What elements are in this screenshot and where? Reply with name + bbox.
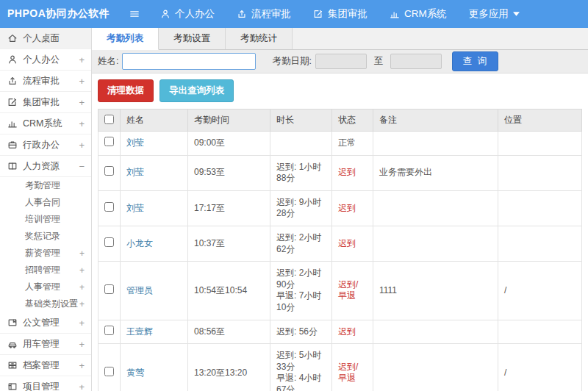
sidebar-subitem[interactable]: 考勤管理 [0,177,91,194]
query-button[interactable]: 查 询 [452,51,498,71]
row-checkbox[interactable] [104,284,114,294]
expand-toggle-icon[interactable]: + [79,360,85,371]
sidebar-subitem[interactable]: 基础类别设置+ [0,295,91,312]
to-label: 至 [374,55,384,68]
status-badge: 迟到 [338,238,356,248]
row-checkbox[interactable] [104,326,114,335]
topnav-item[interactable]: 集团审批 [313,7,368,21]
employee-name-link[interactable]: 小龙女 [126,238,153,248]
expand-toggle-icon[interactable]: + [79,265,85,276]
employee-name-link[interactable]: 刘莹 [126,167,144,177]
content-area: 清理数据 导出查询列表 姓名考勤时间时长状态备注位置 刘莹09:00至正常刘莹0… [92,73,588,391]
attendance-time-cell: 13:20至13:20 [188,344,270,391]
note-cell [373,132,498,156]
expand-toggle-icon[interactable]: + [79,118,85,129]
note-cell [373,320,498,344]
sidebar-subitem[interactable]: 奖惩记录 [0,228,91,245]
tab-active[interactable]: 考勤列表 [92,28,159,50]
employee-name-link[interactable]: 管理员 [126,285,153,295]
sidebar-subitem-label: 考勤管理 [25,179,60,192]
sidebar-item-label: 档案管理 [23,359,60,372]
topnav-item[interactable]: 流程审批 [237,7,291,21]
expand-toggle-icon[interactable]: + [79,140,85,151]
table-row: 小龙女10:37至迟到: 2小时62分迟到 [98,226,582,261]
sidebar-item[interactable]: 行政办公+ [0,134,91,156]
sidebar-subitem-label: 基础类别设置 [25,298,78,310]
sidebar-item[interactable]: 公文管理+ [0,312,91,334]
row-checkbox[interactable] [104,202,114,212]
topnav-item[interactable]: CRM系统 [390,7,447,21]
duration-line: 早退: 4小时67分 [276,373,326,391]
employee-name-link[interactable]: 黄莺 [126,367,144,378]
sidebar-item[interactable]: 项目管理+ [0,376,91,391]
expand-toggle-icon[interactable]: + [79,248,85,259]
topnav-label: CRM系统 [404,7,447,21]
sidebar-item[interactable]: 个人办公+ [0,49,91,71]
expand-toggle-icon[interactable]: + [79,76,85,87]
expand-toggle-icon[interactable]: + [79,282,85,293]
expand-toggle-icon[interactable]: + [79,97,85,108]
sidebar-subitem-label: 人事管理 [25,281,60,293]
duration-line: 早退: 7小时10分 [276,290,326,313]
duration-line: 迟到: 56分 [276,326,326,338]
duration-cell: 迟到: 9小时28分 [270,190,332,226]
expand-toggle-icon[interactable]: + [79,54,85,65]
sidebar-item[interactable]: CRM系统+ [0,113,91,134]
export-list-button[interactable]: 导出查询列表 [159,79,234,102]
sidebar: 个人桌面个人办公+流程审批+集团审批+CRM系统+行政办公+人力资源−考勤管理人… [0,28,92,391]
duration-cell: 迟到: 2小时62分 [270,226,332,261]
status-cell: 迟到 [332,155,373,190]
car-icon [7,339,18,349]
expand-toggle-icon[interactable]: + [79,299,85,309]
topbar: PHPOA协同办公软件 个人办公流程审批集团审批CRM系统更多应用 [0,0,588,28]
sidebar-item-label: 行政办公 [23,139,60,151]
employee-name-link[interactable]: 刘莹 [126,203,144,213]
sidebar-item[interactable]: 流程审批+ [0,71,91,92]
main-panel: 考勤列表考勤设置考勤统计 姓名: 考勤日期: 至 查 询 清理数据 导出查询列表 [92,28,588,391]
row-checkbox[interactable] [104,137,114,146]
table-row: 刘莹09:00至正常 [98,132,582,156]
name-input[interactable] [122,53,256,70]
sidebar-subitem[interactable]: 人事管理+ [0,279,91,295]
expand-toggle-icon[interactable]: + [79,318,85,329]
employee-name-link[interactable]: 王壹辉 [126,326,153,337]
expand-toggle-icon[interactable]: + [79,339,85,350]
sidebar-item[interactable]: 个人桌面 [0,28,91,49]
duration-cell: 迟到: 5小时33分早退: 4小时67分 [270,344,332,391]
sidebar-item-label: 个人办公 [23,54,60,66]
sidebar-subitem[interactable]: 薪资管理+ [0,245,91,262]
topnav-item[interactable]: 更多应用 [469,7,520,21]
date-to-input[interactable] [390,54,442,69]
sidebar-subitem[interactable]: 招聘管理+ [0,262,91,279]
sidebar-item[interactable]: 集团审批+ [0,92,91,113]
expand-toggle-icon[interactable]: − [79,161,85,172]
sidebar-subitem[interactable]: 培训管理 [0,211,91,228]
location-cell [498,226,582,261]
tab-inactive[interactable]: 考勤统计 [226,28,293,49]
row-checkbox[interactable] [104,166,114,176]
row-checkbox[interactable] [104,367,114,376]
tab-inactive[interactable]: 考勤设置 [159,28,226,49]
row-checkbox[interactable] [104,237,114,247]
topnav-item[interactable]: 个人办公 [160,7,215,21]
sidebar-subitem[interactable]: 人事合同 [0,194,91,211]
sidebar-item[interactable]: 人力资源− [0,156,91,177]
expand-toggle-icon[interactable]: + [79,381,85,391]
clear-data-button[interactable]: 清理数据 [98,79,154,102]
location-cell: / [498,344,582,391]
sidebar-item-label: 集团审批 [23,96,60,109]
doc-icon [7,318,18,328]
sidebar-item-label: CRM系统 [23,118,62,130]
status-cell: 迟到 [332,190,373,226]
topnav-label: 流程审批 [251,7,291,21]
sidebar-subitem-label: 薪资管理 [25,247,60,259]
employee-name-link[interactable]: 刘莹 [126,137,144,148]
sidebar-item[interactable]: 用车管理+ [0,334,91,355]
menu-toggle-icon[interactable] [129,9,144,19]
select-all-checkbox[interactable] [104,115,114,124]
attendance-time-cell: 09:00至 [188,132,270,156]
date-from-input[interactable] [315,54,367,69]
attendance-time-cell: 17:17至 [188,190,270,226]
status-badge: 迟到 [338,326,356,337]
sidebar-item[interactable]: 档案管理+ [0,355,91,376]
